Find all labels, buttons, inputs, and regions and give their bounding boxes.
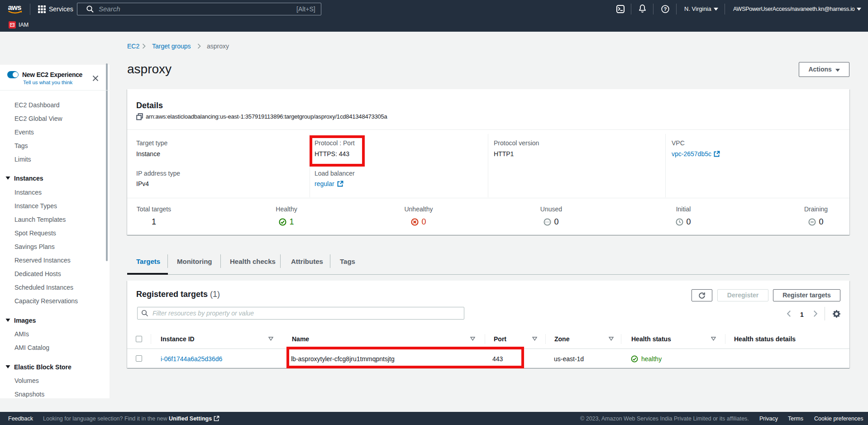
svg-text:aws: aws: [8, 4, 22, 11]
svg-text:?: ?: [663, 6, 667, 12]
